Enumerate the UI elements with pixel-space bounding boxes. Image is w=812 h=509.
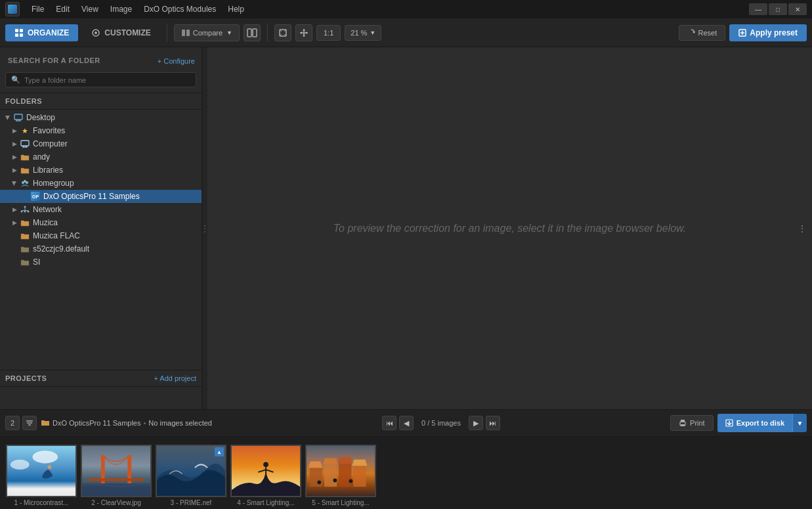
- tree-arrow-desktop: ▶: [4, 114, 12, 122]
- apply-preset-label: Apply preset: [750, 28, 798, 37]
- tree-item-homegroup[interactable]: ▶ Homegroup: [0, 177, 202, 190]
- preview-area: ⋮ To preview the correction for an image…: [207, 47, 812, 409]
- path-folder-icon: [41, 418, 50, 428]
- svg-marker-21: [693, 31, 694, 33]
- move-tool-button[interactable]: [295, 24, 312, 41]
- svg-rect-47: [681, 420, 685, 422]
- tree-item-favorites[interactable]: ▶ ★ Favorites: [0, 124, 202, 137]
- sort-order-button[interactable]: 2: [5, 416, 20, 430]
- tree-label-dxo-samples: DxO OpticsPro 11 Samples: [43, 192, 140, 201]
- tree-item-dxo-samples[interactable]: ▶ OP DxO OpticsPro 11 Samples: [0, 190, 202, 203]
- menu-edit[interactable]: Edit: [51, 3, 75, 16]
- svg-rect-0: [15, 29, 18, 32]
- tree-label-si: SI: [33, 257, 40, 267]
- si-folder-icon: [20, 257, 30, 267]
- first-image-button[interactable]: ⏮: [382, 416, 396, 430]
- zoom-value: 21 %: [351, 29, 367, 37]
- svg-point-5: [95, 32, 97, 34]
- titlebar: File Edit View Image DxO Optics Modules …: [0, 0, 812, 18]
- search-box: 🔍: [5, 72, 196, 87]
- folders-header: FOLDERS: [0, 93, 202, 110]
- tree-item-libraries[interactable]: ▶ Libraries: [0, 164, 202, 177]
- tree-item-si[interactable]: ▶ SI: [0, 255, 202, 269]
- svg-rect-7: [186, 30, 190, 36]
- thumb-image-4: [230, 445, 301, 497]
- thumb-label-3: 3 - PRIME.nef: [171, 499, 212, 506]
- print-label: Print: [690, 419, 705, 427]
- print-button[interactable]: Print: [670, 415, 714, 431]
- export-to-disk-button[interactable]: Export to disk: [717, 414, 792, 432]
- split-view-button[interactable]: [244, 24, 261, 41]
- tree-label-andy: andy: [33, 152, 50, 162]
- tree-item-network[interactable]: ▶ Network: [0, 203, 202, 216]
- s52-folder-icon: [20, 244, 30, 254]
- tree-arrow-muzica: ▶: [11, 219, 18, 227]
- svg-point-74: [333, 479, 337, 483]
- tree-label-desktop: Desktop: [26, 113, 55, 122]
- compare-button[interactable]: Compare ▼: [174, 24, 240, 41]
- svg-rect-8: [247, 29, 251, 37]
- next-image-button[interactable]: ▶: [469, 416, 483, 430]
- export-dropdown-icon: ▼: [797, 420, 803, 427]
- search-input[interactable]: [24, 76, 190, 84]
- thumbnail-item-2[interactable]: 2 - ClearView.jpg: [80, 445, 152, 506]
- svg-rect-48: [681, 424, 685, 426]
- tree-item-s52czjc9[interactable]: ▶ s52czjc9.default: [0, 242, 202, 255]
- tree-label-muzica: Muzica: [33, 218, 58, 227]
- svg-rect-3: [20, 33, 23, 37]
- apply-preset-button[interactable]: Apply preset: [729, 24, 807, 41]
- export-arrow-button[interactable]: ▼: [792, 414, 807, 432]
- tree-arrow-network: ▶: [11, 206, 18, 213]
- tree-item-computer[interactable]: ▶ Computer: [0, 137, 202, 150]
- tab-customize[interactable]: CUSTOMIZE: [82, 24, 160, 41]
- svg-rect-58: [89, 479, 144, 481]
- close-button[interactable]: ✕: [788, 3, 807, 15]
- menu-dxo-optics[interactable]: DxO Optics Modules: [139, 3, 221, 16]
- apply-preset-icon: [738, 29, 746, 37]
- menu-view[interactable]: View: [76, 3, 104, 16]
- menu-image[interactable]: Image: [105, 3, 137, 16]
- computer-icon: [20, 139, 30, 148]
- tree-label-muzica-flac: Muzica FLAC: [33, 231, 80, 240]
- window-controls: — □ ✕: [749, 3, 807, 15]
- tab-organize[interactable]: ORGANIZE: [5, 24, 78, 41]
- zoom-control[interactable]: 21 % ▼: [345, 25, 381, 41]
- prev-image-button[interactable]: ◀: [399, 416, 414, 430]
- toolbar-separator-1: [167, 24, 167, 42]
- one-to-one-button[interactable]: 1:1: [316, 25, 341, 41]
- fit-to-window-button[interactable]: [274, 24, 291, 41]
- tree-arrow-libraries: ▶: [11, 166, 18, 174]
- muzica-flac-folder-icon: [20, 231, 30, 240]
- thumb-image-3: ▲: [156, 445, 226, 497]
- andy-folder-icon: [20, 152, 30, 162]
- filter-button[interactable]: [22, 416, 37, 430]
- last-image-button[interactable]: ⏭: [486, 416, 500, 430]
- tree-label-homegroup: Homegroup: [33, 179, 74, 188]
- maximize-button[interactable]: □: [769, 3, 787, 15]
- tree-item-andy[interactable]: ▶ andy: [0, 150, 202, 164]
- thumbnail-item-3[interactable]: ▲ 3 - PRIME.nef: [155, 445, 227, 506]
- thumbnail-item-1[interactable]: 1 - Microcontrast...: [5, 445, 77, 506]
- configure-button[interactable]: + Configure: [158, 57, 195, 65]
- compare-label: Compare: [193, 29, 223, 37]
- minimize-button[interactable]: —: [749, 3, 767, 15]
- thumb-market-svg: [307, 445, 375, 497]
- resize-handle[interactable]: [202, 47, 207, 409]
- move-icon: [299, 28, 309, 37]
- zoom-arrow-icon: ▼: [370, 30, 375, 36]
- tree-item-muzica-flac[interactable]: ▶ Muzica FLAC: [0, 229, 202, 242]
- thumbnail-item-5[interactable]: 5 - Smart Lighting...: [305, 445, 377, 506]
- reset-button[interactable]: Reset: [679, 25, 726, 41]
- add-project-button[interactable]: + Add project: [154, 374, 196, 382]
- tree-item-muzica[interactable]: ▶ Muzica: [0, 216, 202, 229]
- thumbnail-item-4[interactable]: 4 - Smart Lighting...: [230, 445, 302, 506]
- print-icon: [679, 419, 687, 427]
- menu-file[interactable]: File: [26, 3, 49, 16]
- sidebar: SEARCH FOR A FOLDER + Configure 🔍 FOLDER…: [0, 47, 202, 409]
- customize-label: CUSTOMIZE: [104, 28, 150, 37]
- sort-controls: 2: [5, 416, 37, 430]
- menu-help[interactable]: Help: [223, 3, 249, 16]
- export-group: Export to disk ▼: [717, 414, 807, 432]
- more-options-button[interactable]: ⋮: [795, 221, 809, 236]
- tree-item-desktop[interactable]: ▶ Desktop: [0, 111, 202, 124]
